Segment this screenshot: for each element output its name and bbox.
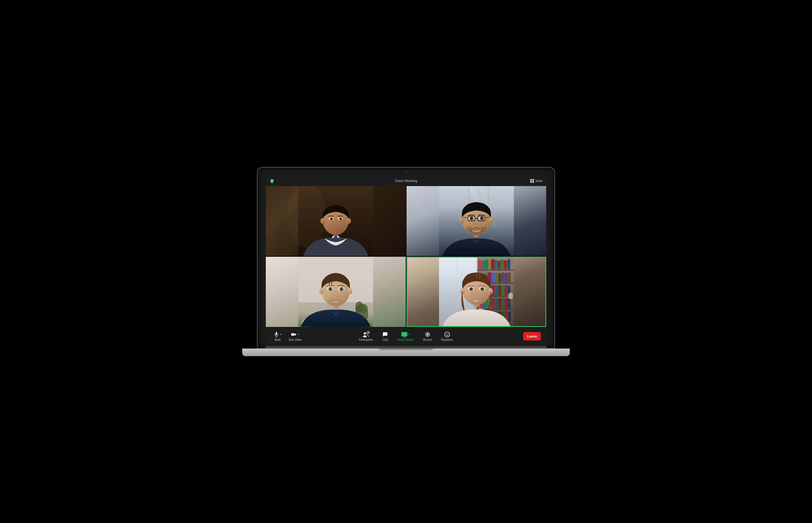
share-screen-caret: ▲	[408, 333, 410, 335]
svg-point-158	[490, 292, 491, 294]
video-cell-1[interactable]	[266, 186, 406, 256]
svg-rect-128	[508, 299, 510, 308]
share-screen-inner: ▲	[401, 331, 410, 338]
share-screen-button[interactable]: ▲ Share Screen	[395, 330, 416, 342]
grid-view-icon	[530, 179, 534, 183]
svg-rect-85	[477, 270, 514, 271]
participant-2-video	[407, 186, 546, 256]
mute-button[interactable]: ▲ Mute	[271, 330, 284, 342]
svg-point-22	[346, 218, 351, 224]
svg-point-51	[489, 217, 493, 223]
participants-button[interactable]: 4 Participants	[357, 330, 375, 342]
svg-point-151	[482, 288, 483, 289]
svg-point-70	[342, 288, 342, 289]
participant-4-video	[407, 257, 546, 327]
svg-point-56	[360, 304, 367, 314]
svg-rect-126	[502, 299, 504, 308]
svg-point-78	[344, 320, 345, 320]
svg-rect-162	[291, 333, 295, 336]
stop-video-button[interactable]: ▲ Stop Video	[286, 330, 304, 342]
participants-label: Participants	[359, 338, 373, 341]
svg-rect-116	[502, 286, 504, 295]
svg-point-150	[471, 288, 472, 289]
svg-point-167	[427, 333, 429, 335]
svg-rect-123	[491, 299, 494, 308]
svg-point-74	[332, 317, 333, 318]
video-caret: ▲	[297, 333, 299, 335]
svg-point-168	[445, 332, 450, 337]
svg-point-149	[481, 288, 483, 290]
svg-rect-96	[501, 260, 504, 270]
title-bar: Zoom Meeting View	[266, 176, 546, 186]
svg-point-20	[341, 218, 341, 219]
svg-rect-125	[498, 298, 502, 308]
screen: Zoom Meeting View	[266, 176, 546, 346]
laptop-base	[242, 348, 570, 356]
chat-button[interactable]: Chat	[380, 330, 390, 342]
svg-rect-93	[491, 259, 494, 270]
shield-icon	[269, 179, 275, 183]
participants-badge: 4	[366, 331, 370, 334]
svg-rect-98	[508, 259, 510, 270]
svg-rect-49	[478, 217, 485, 220]
participant-1-video	[266, 186, 406, 256]
svg-rect-138	[508, 312, 510, 322]
svg-rect-117	[504, 286, 507, 295]
svg-point-72	[348, 288, 353, 294]
svg-rect-92	[488, 260, 491, 270]
participant-3-video	[266, 257, 406, 327]
toolbar: ▲ Mute ▲	[266, 327, 546, 346]
svg-rect-159	[276, 332, 277, 335]
svg-point-139	[508, 292, 513, 299]
leave-button[interactable]: Leave	[523, 332, 541, 340]
reactions-button[interactable]: Reactions	[439, 330, 455, 342]
svg-rect-90	[481, 261, 484, 270]
svg-point-77	[326, 319, 327, 320]
video-cell-2[interactable]	[407, 186, 546, 256]
svg-point-73	[329, 315, 330, 316]
share-screen-label: Share Screen	[397, 338, 414, 341]
toolbar-center: 4 Participants Chat	[357, 330, 455, 342]
reactions-icon	[444, 331, 450, 338]
mute-label: Mute	[275, 338, 281, 341]
svg-rect-103	[492, 273, 495, 283]
meeting-title: Zoom Meeting	[395, 179, 417, 183]
svg-rect-127	[505, 299, 508, 308]
svg-point-71	[319, 288, 324, 294]
mute-button-inner: ▲	[273, 331, 282, 338]
toolbar-right: Leave	[523, 332, 541, 340]
record-button[interactable]: Record	[421, 330, 434, 342]
svg-point-33	[465, 226, 472, 232]
svg-point-34	[480, 226, 487, 232]
svg-rect-124	[495, 299, 497, 308]
svg-rect-97	[504, 260, 507, 270]
svg-point-69	[331, 288, 331, 289]
svg-point-76	[342, 318, 342, 319]
stop-video-label: Stop Video	[288, 338, 302, 341]
svg-rect-95	[497, 261, 501, 270]
stop-video-button-inner: ▲	[291, 331, 299, 338]
share-screen-icon	[401, 331, 408, 338]
record-label: Record	[423, 338, 432, 341]
video-cell-3[interactable]	[266, 257, 406, 327]
svg-rect-91	[484, 260, 488, 270]
view-button[interactable]: View	[530, 179, 543, 183]
microphone-icon	[273, 331, 279, 338]
security-shield	[269, 179, 275, 183]
svg-point-148	[470, 288, 472, 290]
video-cell-4[interactable]	[407, 257, 546, 327]
view-label: View	[535, 179, 543, 183]
svg-rect-115	[498, 285, 501, 295]
video-camera-icon	[291, 331, 297, 338]
svg-rect-89	[478, 260, 481, 270]
svg-point-50	[459, 217, 464, 223]
svg-rect-48	[468, 217, 475, 220]
svg-point-75	[339, 316, 339, 317]
svg-rect-108	[508, 273, 510, 283]
svg-point-157	[461, 292, 463, 294]
svg-rect-107	[504, 273, 507, 283]
reactions-label: Reactions	[441, 338, 453, 341]
chat-icon	[382, 331, 388, 338]
record-icon	[424, 331, 430, 338]
laptop-notch	[266, 346, 546, 348]
